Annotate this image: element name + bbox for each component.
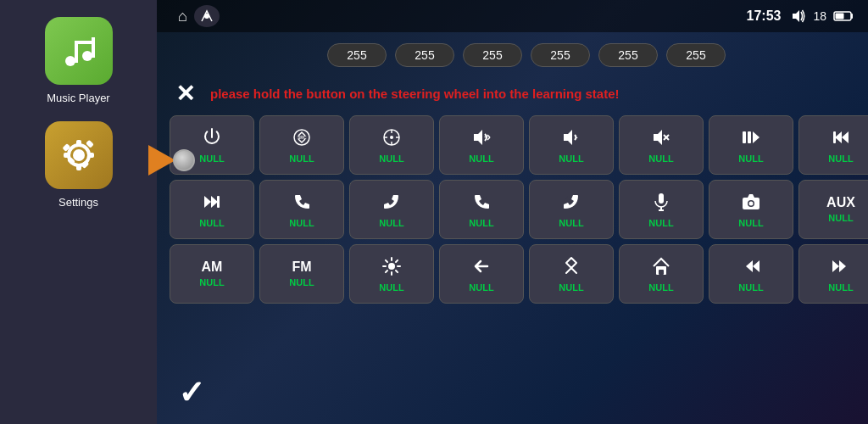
svg-rect-48 xyxy=(659,193,664,204)
call-accept-icon xyxy=(292,192,312,215)
svg-rect-9 xyxy=(64,153,70,158)
btn-mic[interactable]: NULL xyxy=(619,180,704,239)
btn-rew[interactable]: NULL xyxy=(709,244,793,304)
am-icon: AM xyxy=(202,260,223,274)
svg-marker-16 xyxy=(793,10,799,22)
button-row-1: NULL SRC NULL NULL xyxy=(170,115,868,175)
btn-fm-label: NULL xyxy=(289,277,314,287)
btn-bluetooth-label: NULL xyxy=(559,282,583,293)
close-button[interactable]: ✕ xyxy=(170,78,200,109)
pill-3[interactable]: 255 xyxy=(531,43,590,67)
gear-icon xyxy=(59,136,98,175)
svg-point-23 xyxy=(390,136,393,139)
music-player-icon xyxy=(45,17,113,85)
sidebar-item-settings[interactable]: Settings xyxy=(45,121,113,209)
btn-call-accept[interactable]: NULL xyxy=(259,180,344,239)
settings-label: Settings xyxy=(58,196,98,209)
svg-rect-42 xyxy=(833,131,836,143)
btn-answer-k[interactable]: K NULL xyxy=(439,180,524,239)
svg-text:K: K xyxy=(483,194,488,202)
knob-indicator xyxy=(173,149,195,171)
svg-rect-45 xyxy=(217,196,220,208)
vol-down-icon: - xyxy=(561,127,581,150)
settings-icon-box xyxy=(45,121,113,189)
active-indicator xyxy=(148,145,195,176)
btn-prev[interactable]: NULL xyxy=(798,115,868,175)
btn-play-pause[interactable]: NULL xyxy=(709,115,793,175)
antenna-icon xyxy=(199,8,214,24)
btn-call-end[interactable]: NULL xyxy=(349,180,434,239)
prev-icon xyxy=(831,127,851,150)
svg-marker-41 xyxy=(842,131,849,143)
aux-icon: AUX xyxy=(826,196,855,209)
pill-0[interactable]: 255 xyxy=(327,43,387,67)
button-row-3: AM NULL FM NULL NULL xyxy=(170,244,868,304)
svg-rect-8 xyxy=(76,164,81,170)
instruction-row: ✕ please hold the button on the steering… xyxy=(170,78,868,109)
radio-nav-icon[interactable] xyxy=(194,5,220,27)
btn-back-label: NULL xyxy=(469,282,493,293)
svg-point-5 xyxy=(73,149,85,161)
btn-back[interactable]: NULL xyxy=(439,244,524,304)
mic-icon xyxy=(651,192,671,215)
svg-marker-40 xyxy=(835,131,842,143)
src-icon: SRC xyxy=(292,127,312,150)
sidebar-item-music-player[interactable]: Music Player xyxy=(45,17,113,104)
btn-ff[interactable]: NULL xyxy=(798,244,868,304)
btn-vol-down[interactable]: - NULL xyxy=(529,115,614,175)
mute-icon xyxy=(651,127,671,150)
btn-next[interactable]: NULL xyxy=(170,180,254,239)
btn-vol-up[interactable]: + NULL xyxy=(439,115,524,175)
btn-eq[interactable]: NULL xyxy=(349,244,434,304)
svg-marker-60 xyxy=(839,260,846,272)
svg-marker-43 xyxy=(204,196,211,208)
btn-mic-label: NULL xyxy=(648,218,673,228)
btn-vol-down-label: NULL xyxy=(559,153,583,164)
svg-rect-19 xyxy=(836,14,844,20)
svg-text:SRC: SRC xyxy=(298,135,307,140)
btn-call-accept-label: NULL xyxy=(289,218,314,228)
btn-hangup-k-label: NULL xyxy=(559,218,583,228)
hangup-k-icon: K xyxy=(561,192,581,215)
rew-icon xyxy=(741,256,761,279)
btn-aux-label: NULL xyxy=(828,213,853,223)
svg-text:+: + xyxy=(484,133,488,141)
home-icon xyxy=(651,256,671,279)
button-grid: NULL SRC NULL NULL xyxy=(170,115,868,304)
btn-am[interactable]: AM NULL xyxy=(170,244,254,304)
pill-2[interactable]: 255 xyxy=(463,43,522,67)
svg-rect-18 xyxy=(851,14,853,19)
svg-rect-4 xyxy=(75,41,95,44)
home-nav-icon[interactable]: ⌂ xyxy=(178,8,187,25)
vol-up-icon: + xyxy=(471,127,492,150)
status-icons: 18 xyxy=(791,9,854,23)
confirm-button[interactable]: ✓ xyxy=(178,374,205,411)
btn-gps[interactable]: NULL xyxy=(349,115,434,175)
btn-home-label: NULL xyxy=(648,282,673,293)
btn-answer-k-label: NULL xyxy=(469,218,493,228)
svg-marker-59 xyxy=(832,260,839,272)
btn-hangup-k[interactable]: K NULL xyxy=(529,180,614,239)
pill-1[interactable]: 255 xyxy=(395,43,454,67)
btn-src[interactable]: SRC NULL xyxy=(259,115,344,175)
btn-rew-label: NULL xyxy=(738,282,763,293)
btn-camera[interactable]: NULL xyxy=(709,180,793,239)
svg-marker-32 xyxy=(564,130,572,145)
svg-marker-44 xyxy=(211,196,218,208)
svg-point-53 xyxy=(749,201,754,205)
pill-5[interactable]: 255 xyxy=(666,43,726,67)
btn-home[interactable]: NULL xyxy=(619,244,704,304)
btn-next-label: NULL xyxy=(199,218,224,228)
pill-4[interactable]: 255 xyxy=(598,43,658,67)
svg-text:K: K xyxy=(565,194,570,202)
btn-aux[interactable]: AUX NULL xyxy=(798,180,868,239)
btn-mute[interactable]: NULL xyxy=(619,115,704,175)
call-end-icon xyxy=(381,192,402,215)
btn-src-label: NULL xyxy=(289,153,314,164)
btn-camera-label: NULL xyxy=(738,218,763,228)
music-player-label: Music Player xyxy=(47,92,109,104)
svg-point-0 xyxy=(65,56,75,66)
btn-bluetooth[interactable]: NULL xyxy=(529,244,614,304)
btn-fm[interactable]: FM NULL xyxy=(259,244,344,304)
btn-call-end-label: NULL xyxy=(379,218,403,228)
